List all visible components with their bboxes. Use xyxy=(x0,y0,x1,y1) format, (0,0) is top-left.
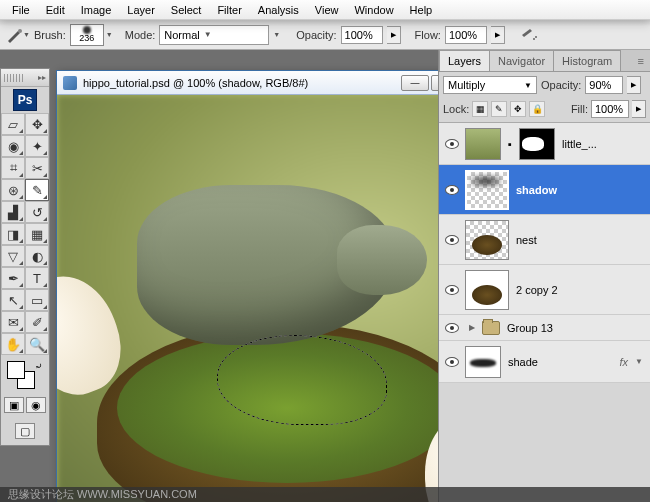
brush-tool-button[interactable]: ✎ xyxy=(25,179,49,201)
opacity-label: Opacity: xyxy=(296,29,336,41)
fill-label: Fill: xyxy=(571,103,588,115)
layer-opacity-input[interactable]: 90% xyxy=(585,76,623,94)
layer-blend-mode-dropdown[interactable]: Multiply▼ xyxy=(443,76,537,94)
hand-tool-icon[interactable]: ✋ xyxy=(1,333,25,355)
tool-options-bar: ▼ Brush: 236 ▼ Mode: Normal▼ ▼ Opacity: … xyxy=(0,20,650,50)
panel-menu-icon[interactable]: ≡ xyxy=(632,51,650,71)
layer-thumbnail[interactable] xyxy=(465,346,501,378)
tab-layers[interactable]: Layers xyxy=(439,50,490,71)
history-brush-icon[interactable]: ↺ xyxy=(25,201,49,223)
menu-edit[interactable]: Edit xyxy=(38,1,73,19)
document-titlebar[interactable]: hippo_tutorial.psd @ 100% (shadow, RGB/8… xyxy=(57,71,495,95)
quickmask-mode-icon[interactable]: ◉ xyxy=(26,397,46,413)
layer-thumbnail[interactable] xyxy=(465,128,501,160)
layer-name[interactable]: nest xyxy=(516,234,537,246)
layer-thumbnail[interactable] xyxy=(465,270,509,310)
fill-input[interactable]: 100% xyxy=(591,100,629,118)
menu-filter[interactable]: Filter xyxy=(209,1,249,19)
brush-label: Brush: xyxy=(34,29,66,41)
standard-mode-icon[interactable]: ▣ xyxy=(4,397,24,413)
brush-tool-icon[interactable]: ▼ xyxy=(6,25,30,45)
airbrush-icon[interactable] xyxy=(517,25,541,45)
layer-thumbnail[interactable] xyxy=(465,170,509,210)
fill-slider-icon[interactable]: ▶ xyxy=(632,100,646,118)
mode-label: Mode: xyxy=(125,29,156,41)
brush-preset-picker[interactable]: 236 xyxy=(70,24,104,46)
layer-row[interactable]: ▪ little_... xyxy=(439,123,650,165)
document-title: hippo_tutorial.psd @ 100% (shadow, RGB/8… xyxy=(83,77,308,89)
layer-group-row[interactable]: ▶ Group 13 xyxy=(439,315,650,341)
eye-icon xyxy=(445,285,459,295)
layer-opacity-slider-icon[interactable]: ▶ xyxy=(627,76,641,94)
minimize-button[interactable]: — xyxy=(401,75,429,91)
layer-name[interactable]: 2 copy 2 xyxy=(516,284,558,296)
dodge-tool-icon[interactable]: ◐ xyxy=(25,245,49,267)
eraser-tool-icon[interactable]: ◨ xyxy=(1,223,25,245)
type-tool-icon[interactable]: T xyxy=(25,267,49,289)
crop-tool-icon[interactable]: ⌗ xyxy=(1,157,25,179)
opacity-input[interactable]: 100% xyxy=(341,26,383,44)
eyedropper-tool-icon[interactable]: ✐ xyxy=(25,311,49,333)
tab-navigator[interactable]: Navigator xyxy=(489,50,554,71)
photoshop-logo-icon[interactable]: Ps xyxy=(13,89,37,111)
menu-window[interactable]: Window xyxy=(346,1,401,19)
healing-tool-icon[interactable]: ⊛ xyxy=(1,179,25,201)
layer-name[interactable]: little_... xyxy=(562,138,597,150)
visibility-toggle[interactable] xyxy=(442,285,462,295)
tab-histogram[interactable]: Histogram xyxy=(553,50,621,71)
gradient-tool-icon[interactable]: ▦ xyxy=(25,223,49,245)
menu-file[interactable]: File xyxy=(4,1,38,19)
visibility-toggle[interactable] xyxy=(442,323,462,333)
blur-tool-icon[interactable]: ▽ xyxy=(1,245,25,267)
layer-name[interactable]: shade xyxy=(508,356,538,368)
layer-row[interactable]: shade fx ▼ xyxy=(439,341,650,383)
layer-row[interactable]: 2 copy 2 xyxy=(439,265,650,315)
lock-all-icon[interactable]: 🔒 xyxy=(529,101,545,117)
lock-position-icon[interactable]: ✥ xyxy=(510,101,526,117)
visibility-toggle[interactable] xyxy=(442,139,462,149)
lock-pixels-icon[interactable]: ✎ xyxy=(491,101,507,117)
layer-row[interactable]: nest xyxy=(439,215,650,265)
visibility-toggle[interactable] xyxy=(442,235,462,245)
eye-icon xyxy=(445,323,459,333)
canvas-area[interactable] xyxy=(57,95,495,502)
layer-row-selected[interactable]: shadow xyxy=(439,165,650,215)
fx-expand-icon[interactable]: ▼ xyxy=(635,357,647,366)
expand-group-icon[interactable]: ▶ xyxy=(465,323,479,332)
path-tool-icon[interactable]: ↖ xyxy=(1,289,25,311)
layer-mask-thumbnail[interactable] xyxy=(519,128,555,160)
eye-icon xyxy=(445,139,459,149)
flow-label: Flow: xyxy=(415,29,441,41)
flow-input[interactable]: 100% xyxy=(445,26,487,44)
menu-layer[interactable]: Layer xyxy=(119,1,163,19)
stamp-tool-icon[interactable]: ▟ xyxy=(1,201,25,223)
menu-view[interactable]: View xyxy=(307,1,347,19)
layer-thumbnail[interactable] xyxy=(465,220,509,260)
menu-help[interactable]: Help xyxy=(402,1,441,19)
visibility-toggle[interactable] xyxy=(442,185,462,195)
swap-colors-icon[interactable]: ⤾ xyxy=(35,361,43,371)
visibility-toggle[interactable] xyxy=(442,357,462,367)
move-tool-icon[interactable]: ▱ xyxy=(1,113,25,135)
lasso-tool-icon[interactable]: ◉ xyxy=(1,135,25,157)
lock-transparency-icon[interactable]: ▦ xyxy=(472,101,488,117)
flow-slider-icon[interactable]: ▶ xyxy=(491,26,505,44)
slice-tool-icon[interactable]: ✂ xyxy=(25,157,49,179)
marquee-tool-icon[interactable]: ✥ xyxy=(25,113,49,135)
layer-name[interactable]: shadow xyxy=(516,184,557,196)
fx-badge[interactable]: fx xyxy=(620,356,633,368)
menu-select[interactable]: Select xyxy=(163,1,210,19)
notes-tool-icon[interactable]: ✉ xyxy=(1,311,25,333)
pen-tool-icon[interactable]: ✒ xyxy=(1,267,25,289)
opacity-slider-icon[interactable]: ▶ xyxy=(387,26,401,44)
zoom-tool-icon[interactable]: 🔍 xyxy=(25,333,49,355)
screen-mode-icon[interactable]: ▢ xyxy=(15,423,35,439)
layer-name[interactable]: Group 13 xyxy=(507,322,553,334)
lock-label: Lock: xyxy=(443,103,469,115)
menu-image[interactable]: Image xyxy=(73,1,120,19)
wand-tool-icon[interactable]: ✦ xyxy=(25,135,49,157)
blend-mode-dropdown[interactable]: Normal▼ xyxy=(159,25,269,45)
shape-tool-icon[interactable]: ▭ xyxy=(25,289,49,311)
menu-analysis[interactable]: Analysis xyxy=(250,1,307,19)
foreground-color-swatch[interactable] xyxy=(7,361,25,379)
